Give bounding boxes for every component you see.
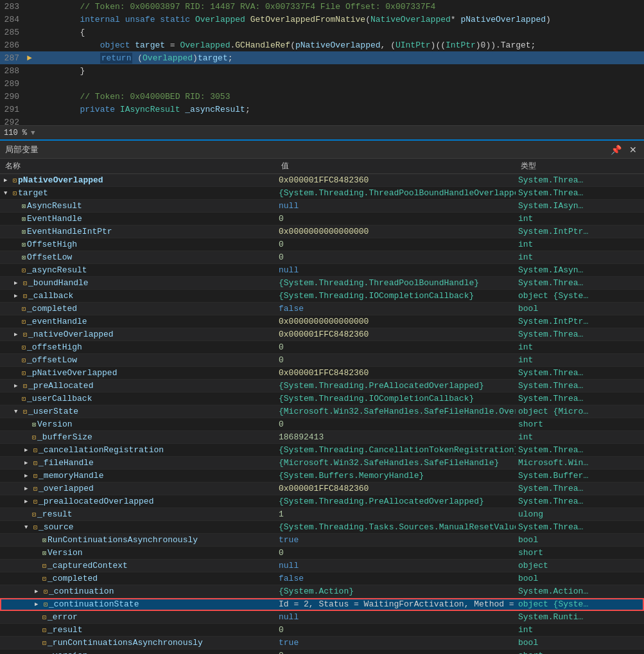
locals-scroll[interactable]: ▶⊡pNativeOverlapped0x000001FFC8482360Sys…	[0, 174, 644, 654]
table-row[interactable]: ⊠OffsetLow0int	[0, 251, 644, 264]
table-row[interactable]: ▶⊡_preallocatedOverlapped{System.Threadi…	[0, 495, 644, 508]
code-editor: 283 // Token: 0x06003897 RID: 14487 RVA:…	[0, 0, 644, 125]
zoom-level: 110 %	[4, 128, 27, 137]
table-row[interactable]: ⊡_version0short	[0, 650, 644, 654]
code-line-292: 292	[0, 116, 644, 125]
table-row[interactable]: ⊡_asyncResultnullSystem.IAsyn…	[0, 264, 644, 277]
table-row[interactable]: ⊡_eventHandle0x0000000000000000System.In…	[0, 315, 644, 328]
table-row[interactable]: ⊡_result1ulong	[0, 508, 644, 521]
table-row[interactable]: ⊠Version0short	[0, 418, 644, 431]
table-row[interactable]: ⊡_offsetHigh0int	[0, 341, 644, 354]
col-header-type: 类型	[516, 159, 644, 173]
locals-title: 局部变量	[5, 144, 39, 155]
code-line-286: 286 object target = Overlapped.GCHandleR…	[0, 39, 644, 51]
code-line-287: 287 ► return (Overlapped)target;	[0, 51, 644, 64]
table-row[interactable]: ▶⊡_callback{System.Threading.IOCompletio…	[0, 290, 644, 303]
code-line-288: 288 }	[0, 64, 644, 77]
table-row[interactable]: ⊠Version0short	[0, 547, 644, 560]
table-row[interactable]: ⊡_offsetLow0int	[0, 354, 644, 367]
table-row[interactable]: ⊠AsyncResultnullSystem.IAsyn…	[0, 200, 644, 213]
table-row[interactable]: ▶⊡_continuation{System.Action}System.Act…	[0, 585, 644, 598]
table-row[interactable]: ⊡_errornullSystem.Runti…	[0, 611, 644, 624]
table-row[interactable]: ⊡_capturedContextnullobject	[0, 560, 644, 572]
table-row[interactable]: ⊡_result0int	[0, 624, 644, 637]
table-row[interactable]: ▶⊡_boundHandle{System.Threading.ThreadPo…	[0, 277, 644, 290]
locals-header: 局部变量 📌 ✕	[0, 141, 644, 159]
column-headers: 名称 值 类型	[0, 159, 644, 174]
table-row[interactable]: ⊡_completedfalsebool	[0, 303, 644, 315]
col-header-name: 名称	[0, 159, 276, 173]
code-line-291: 291 private IAsyncResult _asyncResult;	[0, 103, 644, 116]
table-row[interactable]: ⊡_completedfalsebool	[0, 572, 644, 585]
table-row[interactable]: ▼⊡_userState{Microsoft.Win32.SafeHandles…	[0, 405, 644, 418]
code-line-285: 285 {	[0, 26, 644, 39]
table-row[interactable]: ⊡_userCallback{System.Threading.IOComple…	[0, 393, 644, 405]
table-row[interactable]: ▶⊡_fileHandle{Microsoft.Win32.SafeHandle…	[0, 457, 644, 470]
table-row[interactable]: ▶⊡_memoryHandle{System.Buffers.MemoryHan…	[0, 470, 644, 482]
zoom-bar: 110 % ▼	[0, 125, 644, 139]
table-row[interactable]: ▶⊡_preAllocated{System.Threading.PreAllo…	[0, 380, 644, 393]
code-line-284: 284 internal unsafe static Overlapped Ge…	[0, 13, 644, 26]
header-actions: 📌 ✕	[609, 145, 639, 155]
table-row[interactable]: ⊠RunContinuationsAsynchronouslytruebool	[0, 534, 644, 547]
table-row[interactable]: ⊠OffsetHigh0int	[0, 238, 644, 251]
table-row[interactable]: ⊠EventHandleIntPtr0x0000000000000000Syst…	[0, 225, 644, 238]
code-line-289: 289	[0, 77, 644, 90]
table-row[interactable]: ⊡_runContinuationsAsynchronouslytruebool	[0, 637, 644, 650]
col-header-value: 值	[276, 159, 516, 173]
table-row[interactable]: ⊡_pNativeOverlapped0x000001FFC8482360Sys…	[0, 367, 644, 380]
table-row[interactable]: ▶⊡_overlapped0x000001FFC8482360System.Th…	[0, 482, 644, 495]
locals-panel: 局部变量 📌 ✕ 名称 值 类型 ▶⊡pNativeOverlapped0x00…	[0, 139, 644, 654]
pin-button[interactable]: 📌	[609, 145, 623, 155]
table-row[interactable]: ▶⊡_cancellationRegistration{System.Threa…	[0, 444, 644, 457]
table-row[interactable]: ⊠EventHandle0int	[0, 213, 644, 225]
table-row[interactable]: ▼⊡target{System.Threading.ThreadPoolBoun…	[0, 187, 644, 200]
table-row[interactable]: ▶⊡_nativeOverlapped0x000001FFC8482360Sys…	[0, 328, 644, 341]
table-row[interactable]: ⊡_bufferSize186892413int	[0, 431, 644, 444]
code-line-283: 283 // Token: 0x06003897 RID: 14487 RVA:…	[0, 0, 644, 13]
table-row[interactable]: ▶⊡pNativeOverlapped0x000001FFC8482360Sys…	[0, 174, 644, 187]
code-line-290: 290 // Token: 0x04000BED RID: 3053	[0, 90, 644, 103]
close-button[interactable]: ✕	[627, 145, 639, 155]
table-row[interactable]: ▶⊡_continuationStateId = 2, Status = Wai…	[0, 598, 644, 611]
table-row[interactable]: ▼⊡_source{System.Threading.Tasks.Sources…	[0, 521, 644, 534]
